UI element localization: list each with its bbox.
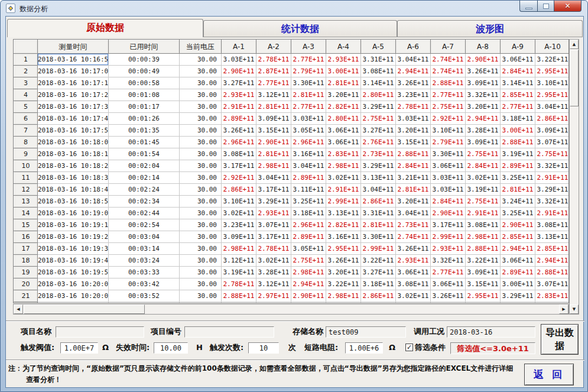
row-number[interactable]: 12 xyxy=(14,184,38,196)
row-number[interactable]: 17 xyxy=(14,243,38,255)
cell-a4[interactable]: 2.93E+11 xyxy=(326,54,361,66)
cell-a10[interactable]: 2.91E+11 xyxy=(535,208,570,219)
cell-a10[interactable]: 2.95E+11 xyxy=(535,89,570,101)
cell-a5[interactable]: 2.86E+11 xyxy=(361,290,396,302)
cell-voltage[interactable]: 30.00 xyxy=(180,77,222,89)
cell-a8[interactable]: 2.95E+11 xyxy=(466,290,501,302)
cell-a7[interactable]: 3.03E+11 xyxy=(431,184,466,196)
tab-raw-data[interactable]: 原始数据 xyxy=(7,19,203,37)
cell-elapsed-time[interactable]: 00:01:08 xyxy=(109,89,180,101)
cell-a2[interactable]: 3.02E+11 xyxy=(256,255,291,267)
cell-a6[interactable]: 3.02E+11 xyxy=(396,290,431,302)
row-number[interactable]: 15 xyxy=(14,219,38,231)
cell-a5[interactable]: 2.81E+11 xyxy=(361,219,396,231)
cell-a10[interactable]: 3.07E+11 xyxy=(535,137,570,148)
row-number[interactable]: 9 xyxy=(14,148,38,160)
row-number[interactable]: 4 xyxy=(14,89,38,101)
cell-elapsed-time[interactable]: 00:02:34 xyxy=(109,196,180,208)
cell-a7[interactable]: 2.77E+11 xyxy=(431,89,466,101)
cell-a8[interactable]: 3.15E+11 xyxy=(466,278,501,290)
cell-a6[interactable]: 3.15E+11 xyxy=(396,137,431,148)
cell-a7[interactable]: 2.99E+11 xyxy=(431,231,466,243)
cell-a9[interactable]: 3.00E+11 xyxy=(501,278,535,290)
cell-a4[interactable]: 3.20E+11 xyxy=(326,267,361,278)
cell-a1[interactable]: 2.89E+11 xyxy=(222,113,256,125)
cell-a7[interactable]: 2.77E+11 xyxy=(431,267,466,278)
cell-measure-time[interactable]: 2018-03-16 10:19:21 xyxy=(38,231,109,243)
cell-a2[interactable]: 3.07E+11 xyxy=(256,219,291,231)
cell-a7[interactable]: 3.03E+11 xyxy=(431,172,466,184)
cell-a2[interactable]: 3.28E+11 xyxy=(256,267,291,278)
cell-voltage[interactable]: 30.00 xyxy=(180,160,222,172)
cell-a5[interactable]: 2.99E+11 xyxy=(361,243,396,255)
cell-a10[interactable]: 3.13E+11 xyxy=(535,231,570,243)
project-no-input[interactable] xyxy=(184,326,274,338)
scroll-down-button[interactable]: ▼ xyxy=(570,304,579,314)
row-number[interactable]: 14 xyxy=(14,208,38,219)
cell-a7[interactable]: 2.74E+11 xyxy=(431,66,466,77)
trigger-threshold-input[interactable] xyxy=(60,342,98,354)
cell-a1[interactable]: 3.10E+11 xyxy=(222,196,256,208)
column-header[interactable]: A-5 xyxy=(361,40,396,54)
cell-a5[interactable]: 3.27E+11 xyxy=(361,267,396,278)
cell-a2[interactable]: 3.12E+11 xyxy=(256,89,291,101)
cell-a5[interactable]: 3.14E+11 xyxy=(361,77,396,89)
cell-a6[interactable]: 3.26E+11 xyxy=(396,243,431,255)
cell-elapsed-time[interactable]: 00:01:26 xyxy=(109,113,180,125)
cell-a9[interactable]: 3.18E+11 xyxy=(501,113,535,125)
cell-a3[interactable]: 2.75E+11 xyxy=(291,255,326,267)
cell-measure-time[interactable]: 2018-03-16 10:17:26 xyxy=(38,89,109,101)
cell-voltage[interactable]: 30.00 xyxy=(180,267,222,278)
cell-a5[interactable]: 2.80E+11 xyxy=(361,89,396,101)
row-number[interactable]: 1 xyxy=(14,54,38,66)
cell-measure-time[interactable]: 2018-03-16 10:18:31 xyxy=(38,172,109,184)
cell-a1[interactable]: 3.08E+11 xyxy=(222,148,256,160)
row-number[interactable]: 18 xyxy=(14,255,38,267)
cell-a6[interactable]: 3.03E+11 xyxy=(396,113,431,125)
cell-a6[interactable]: 3.04E+11 xyxy=(396,208,431,219)
column-header[interactable]: A-4 xyxy=(326,40,361,54)
cell-a10[interactable]: 3.32E+11 xyxy=(535,160,570,172)
cell-a6[interactable]: 3.08E+11 xyxy=(396,278,431,290)
cell-a6[interactable]: 2.74E+11 xyxy=(396,231,431,243)
cell-elapsed-time[interactable]: 00:03:24 xyxy=(109,255,180,267)
cell-a2[interactable]: 2.78E+11 xyxy=(256,54,291,66)
cell-a9[interactable]: 3.19E+11 xyxy=(501,148,535,160)
cell-voltage[interactable]: 30.00 xyxy=(180,219,222,231)
column-header[interactable]: A-3 xyxy=(291,40,326,54)
cell-elapsed-time[interactable]: 00:03:42 xyxy=(109,278,180,290)
cell-a7[interactable]: 3.26E+11 xyxy=(431,290,466,302)
horizontal-scrollbar[interactable]: ◀ ▶ xyxy=(13,304,569,315)
cell-a9[interactable]: 2.84E+11 xyxy=(501,66,535,77)
cell-a1[interactable]: 2.91E+11 xyxy=(222,101,256,113)
cell-a1[interactable]: 3.26E+11 xyxy=(222,125,256,137)
cell-elapsed-time[interactable]: 00:02:44 xyxy=(109,208,180,219)
cell-a1[interactable]: 2.78E+11 xyxy=(222,278,256,290)
cell-measure-time[interactable]: 2018-03-16 10:17:35 xyxy=(38,101,109,113)
cell-a3[interactable]: 3.05E+11 xyxy=(291,125,326,137)
cell-a5[interactable]: 2.86E+11 xyxy=(361,196,396,208)
cell-measure-time[interactable]: 2018-03-16 10:17:16 xyxy=(38,77,109,89)
cell-a6[interactable]: 3.21E+11 xyxy=(396,172,431,184)
cell-voltage[interactable]: 30.00 xyxy=(180,66,222,77)
row-number[interactable]: 10 xyxy=(14,160,38,172)
cell-a3[interactable]: 2.94E+11 xyxy=(291,278,326,290)
cell-elapsed-time[interactable]: 00:01:54 xyxy=(109,148,180,160)
cell-voltage[interactable]: 30.00 xyxy=(180,290,222,302)
cell-measure-time[interactable]: 2018-03-16 10:16:57 xyxy=(38,54,109,66)
cell-a10[interactable]: 2.95E+11 xyxy=(535,66,570,77)
export-data-button[interactable]: 导出数据 xyxy=(541,324,579,355)
column-header[interactable]: 测量时间 xyxy=(38,40,109,54)
cell-a7[interactable]: 3.32E+11 xyxy=(431,255,466,267)
cell-measure-time[interactable]: 2018-03-16 10:19:01 xyxy=(38,208,109,219)
cell-a10[interactable]: 2.83E+11 xyxy=(535,290,570,302)
cell-a5[interactable]: 3.13E+11 xyxy=(361,172,396,184)
cell-measure-time[interactable]: 2018-03-16 10:18:02 xyxy=(38,137,109,148)
cell-a7[interactable]: 2.84E+11 xyxy=(431,196,466,208)
cell-voltage[interactable]: 30.00 xyxy=(180,113,222,125)
cell-a4[interactable]: 2.95E+11 xyxy=(326,243,361,255)
column-header[interactable]: A-10 xyxy=(535,40,570,54)
horizontal-scroll-thumb[interactable] xyxy=(24,304,145,314)
cell-voltage[interactable]: 30.00 xyxy=(180,89,222,101)
row-number[interactable]: 3 xyxy=(14,77,38,89)
